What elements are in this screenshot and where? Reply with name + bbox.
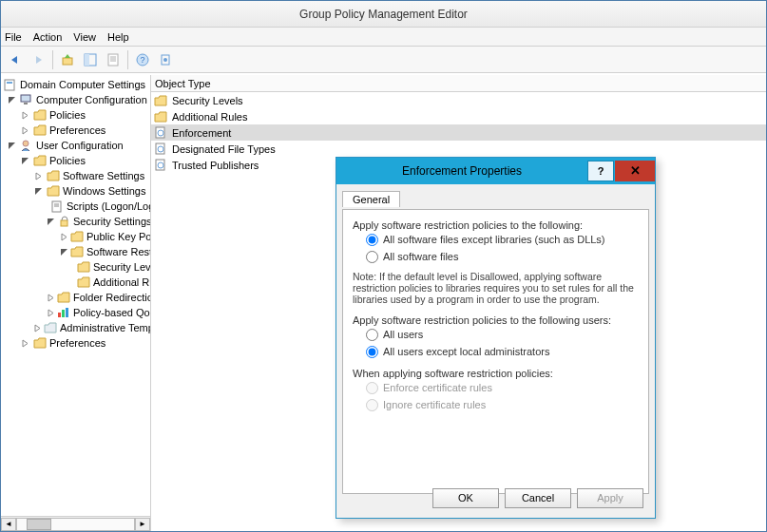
svg-rect-22 [66, 308, 68, 317]
list-item[interactable]: Enforcement [151, 124, 766, 141]
collapse-icon[interactable] [47, 217, 55, 227]
collapse-icon[interactable] [60, 247, 68, 257]
section-apply-users: Apply software restriction policies to t… [353, 314, 639, 360]
folder-icon [32, 108, 47, 122]
folder-icon [32, 154, 47, 167]
list-item[interactable]: Designated File Types [151, 141, 766, 157]
expand-icon[interactable] [47, 308, 55, 318]
filter-button[interactable] [155, 49, 176, 70]
tree[interactable]: Domain Computer Settings Computer Config… [1, 75, 150, 352]
dialog-titlebar[interactable]: Enforcement Properties ? ✕ [336, 158, 655, 184]
tree-cc-prefs[interactable]: Preferences [3, 123, 150, 138]
scroll-thumb[interactable] [27, 519, 51, 530]
list-item[interactable]: Additional Rules [151, 108, 766, 124]
tree-srp-sec[interactable]: Security Levels [3, 259, 150, 275]
collapse-icon[interactable] [7, 141, 17, 151]
radio-enforce-cert: Enforce certificate rules [366, 379, 639, 396]
show-hide-button[interactable] [80, 49, 101, 70]
collapse-icon[interactable] [7, 95, 17, 105]
folder-icon [46, 184, 60, 198]
item-label: Trusted Publishers [172, 160, 259, 171]
dialog-close-button[interactable]: ✕ [615, 161, 655, 181]
svg-rect-19 [61, 220, 67, 226]
tree-win-settings[interactable]: Windows Settings [3, 183, 150, 199]
expand-icon[interactable] [47, 293, 55, 303]
dialog-help-button[interactable]: ? [587, 161, 614, 181]
folder-icon [32, 124, 47, 137]
up-button[interactable] [57, 49, 78, 70]
expand-icon[interactable] [60, 232, 68, 242]
tree-sw-settings[interactable]: Software Settings [3, 168, 150, 183]
menu-help[interactable]: Help [107, 31, 129, 43]
properties-button[interactable] [103, 49, 124, 70]
help-button[interactable]: ? [132, 49, 153, 70]
svg-rect-12 [7, 82, 12, 84]
toolbar: ? [1, 47, 766, 73]
tree-srp-add[interactable]: Additional Rules [3, 275, 150, 290]
tab-general[interactable]: General [342, 191, 400, 207]
tree-uc-policies[interactable]: Policies [3, 153, 150, 168]
qos-icon [57, 306, 70, 319]
item-icon [153, 125, 168, 140]
user-icon [19, 139, 33, 152]
dialog-body: General Apply software restriction polic… [336, 184, 655, 518]
radio-all-files[interactable]: All software files [366, 248, 639, 265]
tree-folder-redir[interactable]: Folder Redirection [3, 290, 150, 305]
svg-rect-3 [108, 54, 118, 66]
item-label: Additional Rules [172, 111, 248, 123]
tree-scripts[interactable]: Scripts (Logon/Logoff) [3, 199, 150, 214]
cancel-button[interactable]: Cancel [505, 488, 571, 508]
tree-public-key[interactable]: Public Key Policies [3, 229, 150, 244]
section-apply-files: Apply software restriction policies to t… [353, 219, 639, 305]
list-item[interactable]: Security Levels [151, 92, 766, 108]
tree-policy-based[interactable]: Policy-based QoS [3, 305, 150, 320]
svg-rect-20 [58, 313, 61, 317]
svg-rect-0 [63, 58, 72, 65]
folder-icon [44, 321, 57, 334]
collapse-icon[interactable] [20, 156, 30, 166]
tree-pane: Domain Computer Settings Computer Config… [1, 75, 151, 531]
item-icon [153, 109, 168, 124]
expand-icon[interactable] [20, 110, 30, 121]
back-button[interactable] [5, 49, 26, 70]
scroll-right-button[interactable]: ► [135, 518, 150, 531]
apply-button[interactable]: Apply [577, 488, 643, 508]
menu-view[interactable]: View [73, 31, 96, 43]
item-icon [153, 93, 168, 107]
menu-action[interactable]: Action [33, 31, 63, 43]
scroll-left-button[interactable]: ◄ [1, 518, 16, 531]
tree-hscrollbar[interactable]: ◄ ► [1, 516, 150, 531]
tree-srp[interactable]: Software Restriction Policies [3, 244, 150, 259]
svg-rect-2 [85, 54, 89, 66]
tree-root[interactable]: Domain Computer Settings [3, 77, 150, 92]
svg-rect-13 [21, 95, 30, 102]
folder-icon [70, 245, 84, 258]
tree-cc-policies[interactable]: Policies [3, 107, 150, 123]
ok-button[interactable]: OK [432, 488, 499, 508]
radio-except-admins[interactable]: All users except local administrators [366, 343, 639, 360]
enforcement-properties-dialog: Enforcement Properties ? ✕ General Apply… [336, 157, 656, 519]
expand-icon[interactable] [33, 323, 42, 333]
forward-button[interactable] [28, 49, 48, 70]
tabstrip: General [342, 190, 649, 209]
tree-admin-tmpl[interactable]: Administrative Templates [3, 320, 150, 335]
radio-except-libraries[interactable]: All software files except libraries (suc… [366, 231, 639, 248]
tree-cc[interactable]: Computer Configuration [3, 92, 150, 107]
list-column-header[interactable]: Object Type [151, 75, 766, 92]
dialog-buttons: OK Cancel Apply [432, 488, 643, 508]
tree-sec-settings[interactable]: Security Settings [3, 214, 150, 229]
menu-file[interactable]: File [5, 31, 22, 43]
expand-icon[interactable] [20, 338, 30, 349]
tree-uc[interactable]: User Configuration [3, 138, 150, 153]
radio-all-users[interactable]: All users [366, 326, 639, 343]
folder-icon [32, 336, 47, 350]
policy-icon [3, 78, 17, 91]
tree-uc-prefs[interactable]: Preferences [3, 335, 150, 351]
collapse-icon[interactable] [33, 186, 44, 197]
expand-icon[interactable] [20, 125, 30, 136]
scroll-track[interactable] [16, 518, 135, 531]
expand-icon[interactable] [33, 171, 44, 181]
computer-icon [19, 93, 33, 106]
section-label: When applying software restriction polic… [353, 368, 639, 379]
app-window: Group Policy Management Editor File Acti… [0, 0, 767, 532]
